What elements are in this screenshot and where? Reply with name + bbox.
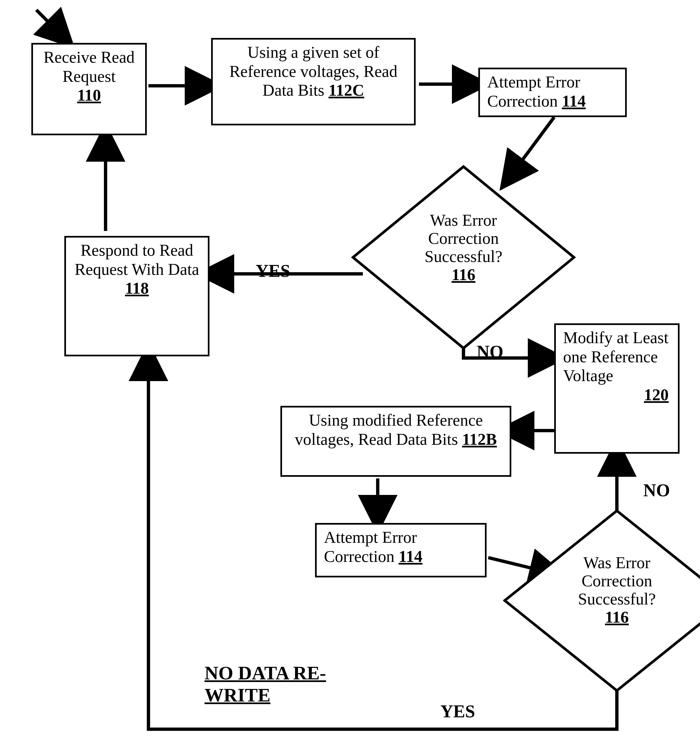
process-ref: 112C bbox=[328, 81, 364, 99]
label-yes-2: YES bbox=[440, 701, 475, 722]
decision-ref: 116 bbox=[605, 608, 629, 626]
process-respond-with-data: Respond to Read Request With Data 118 bbox=[64, 236, 210, 356]
process-text: Using modified Reference voltages, Read … bbox=[295, 411, 483, 448]
decision-ref: 116 bbox=[452, 265, 475, 284]
process-ref: 114 bbox=[562, 92, 586, 110]
process-read-data-bits-modified-voltages: Using modified Reference voltages, Read … bbox=[280, 406, 511, 477]
decision-line1: Was Error bbox=[430, 211, 497, 229]
process-text: Modify at Least one Reference Voltage bbox=[563, 328, 668, 385]
decision-line3: Successful? bbox=[425, 247, 503, 266]
process-attempt-error-correction-1: Attempt Error Correction 114 bbox=[478, 68, 627, 117]
process-modify-reference-voltage: Modify at Least one Reference Voltage 12… bbox=[554, 323, 680, 454]
process-text: Using a given set of Reference voltages,… bbox=[229, 43, 397, 99]
process-ref: 120 bbox=[563, 385, 673, 404]
process-ref: 110 bbox=[77, 86, 101, 104]
label-no-2: NO bbox=[643, 480, 670, 500]
flowchart: Receive Read Request 110 Using a given s… bbox=[0, 0, 700, 748]
process-text: Respond to Read Request With Data bbox=[74, 241, 199, 278]
label-yes-1: YES bbox=[256, 261, 290, 281]
process-ref: 118 bbox=[125, 279, 149, 297]
process-text: Receive Read Request bbox=[44, 48, 135, 85]
entry-arrow bbox=[36, 10, 61, 35]
decision-was-error-correction-successful-2: Was Error Correction Successful? 116 bbox=[503, 509, 700, 692]
note-no-data-rewrite: NO DATA RE-WRITE bbox=[205, 662, 337, 706]
process-read-data-bits-given-voltages: Using a given set of Reference voltages,… bbox=[211, 38, 416, 125]
decision-line3: Successful? bbox=[578, 590, 656, 608]
decision-line1: Was Error bbox=[583, 553, 650, 572]
decision-line2: Correction bbox=[428, 229, 499, 248]
process-attempt-error-correction-2: Attempt Error Correction 114 bbox=[315, 523, 487, 578]
decision-was-error-correction-successful-1: Was Error Correction Successful? 116 bbox=[351, 165, 575, 350]
process-ref: 112B bbox=[462, 430, 497, 448]
process-receive-read-request: Receive Read Request 110 bbox=[31, 43, 147, 135]
decision-line2: Correction bbox=[582, 572, 652, 590]
label-no-1: NO bbox=[477, 342, 503, 362]
process-ref: 114 bbox=[398, 547, 422, 566]
